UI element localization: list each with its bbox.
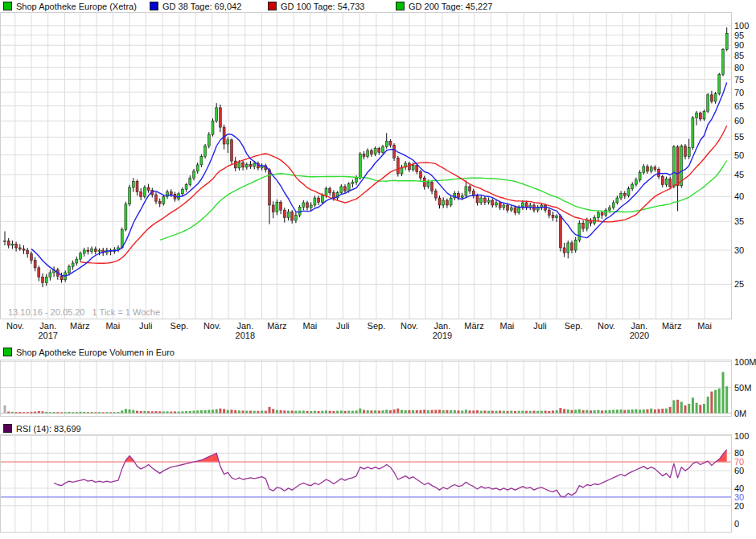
x-axis-month-label: Nov.	[589, 321, 624, 331]
x-axis-month-label: Juli	[522, 321, 557, 331]
x-axis-month-label: Nov.	[392, 321, 427, 331]
rsi-label: RSI (14): 83,699	[16, 424, 81, 434]
volume-axis-tick: 50M	[734, 383, 755, 393]
x-axis-year-label: 2019	[425, 331, 460, 340]
price-axis-tick: 90	[734, 40, 755, 50]
x-axis-month-label: Jan.	[622, 321, 657, 331]
rsi-axis-tick: 0	[734, 519, 755, 529]
price-axis-tick: 95	[734, 31, 755, 40]
price-axis-tick: 60	[734, 116, 755, 125]
rsi-legend: RSI (14): 83,699	[0, 424, 756, 434]
legend-item-rsi: RSI (14): 83,699	[3, 424, 81, 434]
x-axis-year-label: 2017	[31, 331, 66, 340]
x-axis-month-label: Mai	[687, 321, 722, 331]
tick-note: 1 Tick = 1 Woche	[92, 307, 160, 317]
price-axis-tick: 35	[734, 216, 755, 226]
x-axis-month-label: März	[62, 321, 97, 331]
legend-item-volume: Shop Apotheke Europe Volumen in Euro	[3, 348, 175, 358]
volume-axis-tick: 100M	[734, 357, 755, 367]
x-axis-month-label: März	[654, 321, 689, 331]
date-range-note: 13.10.16 - 20.05.20 1 Tick = 1 Woche	[8, 307, 160, 317]
rsi-axis-tick: 20	[734, 501, 755, 511]
price-axis-tick: 55	[734, 132, 755, 142]
price-axis-tick: 45	[734, 170, 755, 179]
x-axis-year-label: 2020	[622, 331, 657, 340]
price-axis-tick: 85	[734, 51, 755, 60]
volume-swatch-icon	[3, 348, 12, 356]
x-axis-month-label: März	[457, 321, 492, 331]
rsi-axis-tick: 60	[734, 466, 755, 475]
date-range: 13.10.16 - 20.05.20	[8, 307, 84, 317]
x-axis-month-label: Jan.	[228, 321, 263, 331]
price-axis-tick: 30	[734, 245, 755, 255]
stock-chart-page: Shop Apotheke Europe (Xetra) GD 38 Tage:…	[0, 0, 756, 539]
price-axis-tick: 40	[734, 191, 755, 201]
x-axis-month-label: Jan.	[31, 321, 66, 331]
x-axis-month-label: Mai	[95, 321, 130, 331]
x-axis-month-label: Mai	[489, 321, 524, 331]
price-axis-tick: 65	[734, 101, 755, 111]
price-axis-tick: 80	[734, 63, 755, 72]
volume-legend: Shop Apotheke Europe Volumen in Euro	[0, 348, 756, 358]
volume-label: Shop Apotheke Europe Volumen in Euro	[16, 348, 175, 357]
price-axis-tick: 100	[734, 21, 755, 31]
price-axis-tick: 25	[734, 279, 755, 289]
x-axis-month-label: Sep.	[162, 321, 197, 331]
x-axis-month-label: Sep.	[556, 321, 591, 331]
x-axis-month-label: Nov.	[195, 321, 230, 331]
x-axis-month-label: Jan.	[425, 321, 460, 331]
price-volume-rsi-chart	[0, 0, 756, 539]
volume-axis-tick: 0M	[734, 409, 755, 418]
x-axis-month-label: Mai	[292, 321, 327, 331]
price-axis-tick: 75	[734, 75, 755, 84]
x-axis-year-label: 2018	[228, 331, 263, 340]
x-axis-month-label: Sep.	[359, 321, 394, 331]
price-axis-tick: 50	[734, 150, 755, 160]
price-axis-tick: 70	[734, 88, 755, 97]
x-axis-month-label: März	[259, 321, 294, 331]
x-axis-month-label: Nov.	[0, 321, 33, 331]
x-axis-month-label: Juli	[128, 321, 163, 331]
x-axis-month-label: Juli	[325, 321, 360, 331]
rsi-swatch-icon	[3, 424, 12, 433]
